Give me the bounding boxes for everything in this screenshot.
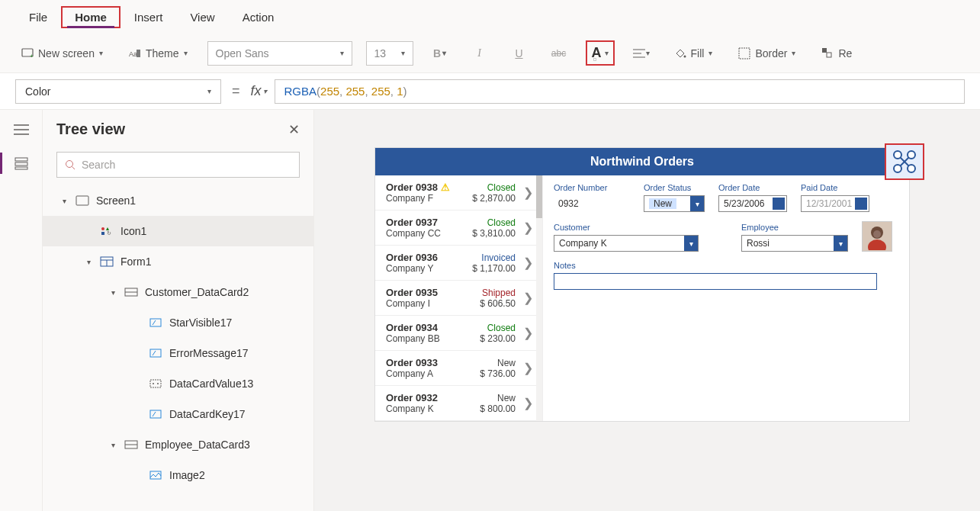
reorder-label: Re — [838, 47, 852, 59]
tree-item-employee-datacard[interactable]: ▾ Employee_DataCard3 — [43, 429, 313, 460]
menu-file[interactable]: File — [15, 6, 61, 28]
order-list-item[interactable]: Order 0934Company BBClosed$ 230.00❯ — [375, 316, 542, 351]
svg-point-47 — [868, 239, 886, 250]
formula-arg: 255 — [371, 85, 390, 98]
app-titlebar: Northwind Orders — [375, 148, 909, 175]
menu-bar: File Home Insert View Action — [0, 0, 980, 34]
font-name-select[interactable]: Open Sans ▾ — [207, 41, 352, 66]
svg-point-42 — [894, 151, 901, 159]
underline-button[interactable]: U — [506, 41, 532, 66]
tree-item-label: DataCardValue13 — [169, 378, 253, 390]
canvas[interactable]: Northwind Orders Order 0938⚠C — [314, 110, 980, 511]
nodes-icon — [892, 149, 917, 175]
tree-item-starvisible[interactable]: StarVisible17 — [43, 307, 313, 338]
datacard-icon — [124, 440, 139, 449]
customer-select[interactable]: Company K▾ — [554, 235, 699, 252]
tree-item-datacardvalue[interactable]: DataCardValue13 — [43, 368, 313, 399]
bold-button[interactable]: B▾ — [427, 41, 453, 66]
font-size-select[interactable]: 13 ▾ — [366, 41, 413, 66]
new-screen-button[interactable]: + New screen ▾ — [15, 44, 109, 63]
menu-view[interactable]: View — [176, 6, 228, 28]
tree-item-screen1[interactable]: ▾ Screen1 — [43, 185, 313, 216]
reorder-button[interactable]: Re — [815, 44, 858, 63]
hamburger-button[interactable] — [12, 121, 31, 139]
main-area: Tree view ✕ Search ▾ Screen1 ↻ Icon1 ▾ — [0, 110, 980, 511]
tree-item-label: DataCardKey17 — [169, 408, 246, 420]
tree-item-icon1[interactable]: ↻ Icon1 — [43, 216, 313, 246]
order-status-select[interactable]: New▾ — [644, 195, 705, 212]
svg-point-17 — [66, 161, 73, 168]
collapse-icon[interactable]: ▾ — [108, 288, 117, 297]
collapse-icon[interactable]: ▾ — [59, 197, 69, 205]
scrollbar-thumb[interactable] — [536, 175, 542, 218]
tree-search-input[interactable]: Search — [56, 152, 300, 178]
theme-button[interactable]: Aa Theme ▾ — [123, 44, 194, 63]
menu-action[interactable]: Action — [229, 6, 288, 28]
tree-item-label: Form1 — [120, 256, 151, 268]
selected-icon-control[interactable] — [885, 143, 924, 180]
formula-bar: Color ▾ = fx ▾ RGBA(255, 255, 255, 1) — [0, 73, 980, 110]
strikethrough-button[interactable]: abc — [546, 41, 572, 66]
align-button[interactable]: ▾ — [628, 41, 654, 66]
svg-line-36 — [153, 412, 156, 416]
app-preview: Northwind Orders Order 0938⚠C — [375, 148, 909, 421]
svg-point-48 — [873, 230, 881, 238]
tree-item-form1[interactable]: ▾ Form1 — [43, 246, 313, 277]
employee-select[interactable]: Rossi▾ — [741, 235, 848, 252]
field-label: Notes — [554, 261, 877, 270]
menu-insert[interactable]: Insert — [120, 6, 177, 28]
tree-item-customer-datacard[interactable]: ▾ Customer_DataCard2 — [43, 277, 313, 307]
svg-text:+: + — [30, 53, 34, 59]
tree-item-label: ErrorMessage17 — [169, 347, 249, 359]
new-screen-label: New screen — [38, 47, 95, 59]
chevron-down-icon: ▾ — [834, 236, 847, 251]
order-list-item[interactable]: Order 0937Company CCClosed$ 3,810.00❯ — [375, 211, 542, 246]
collapse-icon[interactable]: ▾ — [84, 258, 93, 266]
collapse-icon[interactable]: ▾ — [108, 441, 117, 449]
order-list-item[interactable]: Order 0935Company IShipped$ 606.50❯ — [375, 281, 542, 316]
chevron-right-icon: ❯ — [520, 185, 536, 200]
property-value: Color — [25, 85, 50, 98]
svg-line-18 — [72, 167, 76, 170]
search-placeholder: Search — [82, 159, 115, 171]
formula-arg: 255 — [320, 85, 339, 98]
field-label: Customer — [554, 223, 699, 232]
fill-button[interactable]: Fill ▾ — [668, 44, 719, 63]
svg-rect-35 — [150, 410, 161, 418]
italic-button[interactable]: I — [467, 41, 493, 66]
font-color-swatch — [593, 58, 596, 61]
employee-avatar — [862, 221, 892, 252]
chevron-down-icon: ▾ — [690, 196, 704, 211]
label-icon — [148, 318, 163, 327]
tree-view-rail-button[interactable] — [12, 154, 31, 172]
notes-input[interactable] — [554, 273, 877, 290]
tree-item-datacardkey[interactable]: DataCardKey17 — [43, 399, 313, 429]
property-select[interactable]: Color ▾ — [15, 79, 221, 104]
chevron-right-icon: ❯ — [520, 220, 536, 235]
formula-input[interactable]: RGBA(255, 255, 255, 1) — [275, 79, 965, 104]
tree-item-image2[interactable]: Image2 — [43, 460, 313, 490]
menu-home[interactable]: Home — [61, 6, 120, 28]
order-list[interactable]: Order 0938⚠Company FClosed$ 2,870.00❯Ord… — [375, 175, 543, 421]
svg-rect-32 — [150, 380, 161, 387]
order-list-item[interactable]: Order 0938⚠Company FClosed$ 2,870.00❯ — [375, 175, 542, 211]
svg-rect-28 — [150, 319, 161, 326]
order-list-item[interactable]: Order 0936Company YInvoiced$ 1,170.00❯ — [375, 246, 542, 281]
border-button[interactable]: Border ▾ — [732, 44, 802, 63]
label-icon — [148, 349, 163, 358]
svg-rect-21 — [101, 232, 104, 235]
svg-rect-15 — [15, 162, 27, 166]
order-list-item[interactable]: Order 0933Company ANew$ 736.00❯ — [375, 351, 542, 386]
tree-item-errormessage[interactable]: ErrorMessage17 — [43, 338, 313, 368]
svg-rect-19 — [76, 196, 88, 205]
paid-date-input[interactable]: 12/31/2001 — [801, 195, 869, 212]
tree-title: Tree view — [56, 121, 125, 138]
order-number-input[interactable]: 0932 — [554, 195, 630, 212]
order-list-item[interactable]: Order 0932Company KNew$ 800.00❯ — [375, 386, 542, 421]
new-screen-icon: + — [21, 47, 34, 59]
order-date-input[interactable]: 5/23/2006 — [718, 195, 787, 212]
fx-button[interactable]: fx ▾ — [251, 83, 267, 99]
svg-point-44 — [894, 165, 901, 172]
close-icon[interactable]: ✕ — [288, 121, 300, 138]
font-color-button[interactable]: A ▾ — [586, 40, 615, 66]
